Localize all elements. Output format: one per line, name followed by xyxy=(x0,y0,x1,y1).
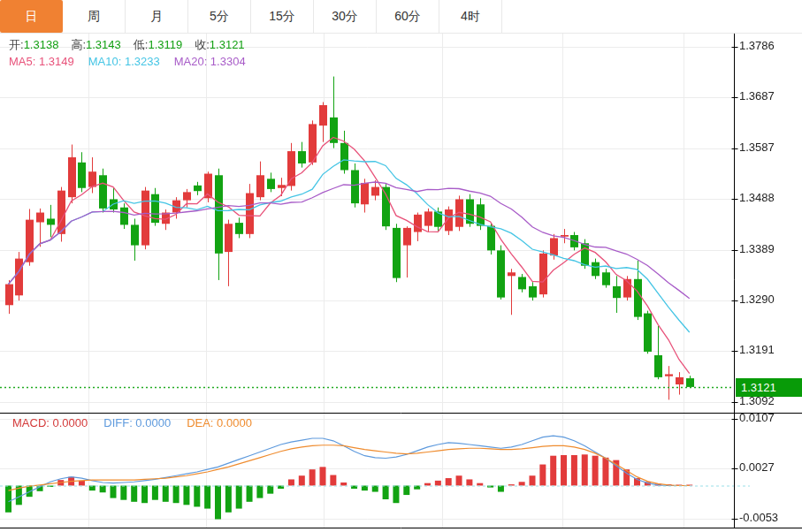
tab-week[interactable]: 周 xyxy=(63,0,126,33)
current-price-badge: 1.3121 xyxy=(736,378,802,397)
price-axis-label: 1.3687 xyxy=(739,89,775,103)
price-axis-label: 1.3389 xyxy=(739,242,775,255)
macd-axis-label: 0.0027 xyxy=(739,460,775,474)
tab-15min[interactable]: 15分 xyxy=(251,0,314,33)
price-axis-label: 1.3488 xyxy=(739,191,775,204)
timeframe-tabbar: 日 周 月 5分 15分 30分 60分 4时 xyxy=(0,0,802,34)
tab-30min[interactable]: 30分 xyxy=(314,0,377,33)
trading-chart-app: { "tabs": [ {"id":"day","label":"日","act… xyxy=(0,0,802,532)
tab-day[interactable]: 日 xyxy=(0,0,63,33)
tab-month[interactable]: 月 xyxy=(126,0,188,33)
price-axis-label: 1.3587 xyxy=(739,141,775,154)
price-axis-label: 1.3786 xyxy=(739,39,775,52)
price-axis-label: 1.3290 xyxy=(739,293,775,306)
macd-axis-label: -0.0053 xyxy=(739,511,778,524)
tab-5min[interactable]: 5分 xyxy=(188,0,251,33)
tab-4hour[interactable]: 4时 xyxy=(439,0,502,33)
price-chart-canvas[interactable] xyxy=(0,32,802,532)
macd-axis-label: 0.0107 xyxy=(739,411,775,424)
tab-60min[interactable]: 60分 xyxy=(377,0,439,33)
price-axis-label: 1.3191 xyxy=(739,343,775,356)
